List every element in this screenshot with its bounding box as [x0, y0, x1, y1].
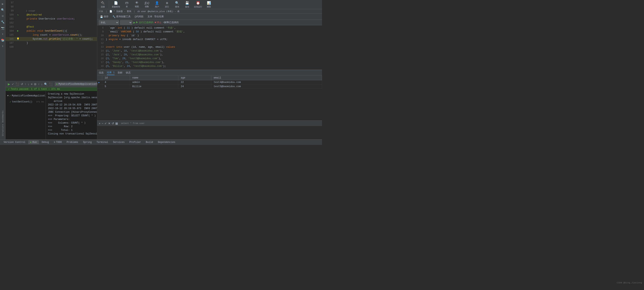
zoom-button[interactable]: 🔍 [44, 82, 48, 86]
col-header-name[interactable]: name [130, 76, 178, 80]
query-create-icon: 🔧 [112, 15, 116, 18]
db-bottom-bar: + − ✓ ✕ ↺ ▦ select * from user [97, 120, 322, 126]
connect-icon: 🔌 [101, 1, 105, 5]
filter-button[interactable]: ⊞ [34, 82, 37, 86]
camera-side-icon[interactable]: 📷 [0, 26, 5, 30]
side-icons-panel: ▶ 🔍 ⚙ 🔧 📷 ⬆ 📚 ⬇ Bookmarks Structure [0, 0, 6, 139]
code-line-103: 103 @Test [6, 25, 97, 29]
query-icon: 🔍 [175, 1, 179, 5]
model-icon: 📊 [207, 1, 211, 5]
col-header-indicator [97, 76, 102, 80]
db-schema-select[interactable] [120, 20, 132, 25]
db-toolbar: 🔌 连接 📄 新建查询 🗃 表 👁 视图 f(x) [97, 0, 322, 9]
code-line-98: 98 [6, 5, 97, 9]
rerun-button[interactable]: ↺ [20, 82, 24, 86]
db-save-btn[interactable]: 💾 保存 [99, 14, 110, 19]
db-side-icon[interactable]: 📚 [0, 38, 5, 42]
db-backup-btn[interactable]: 💾 备份 [183, 0, 192, 9]
cell-email-1: test4@baomidou.com [211, 80, 322, 84]
db-user-btn[interactable]: 👤 用户 [152, 0, 162, 9]
db-view-btn[interactable]: 👁 视图 [132, 0, 141, 8]
db-object-bar: 对象 | 📄 * 无标题 - 查询 | 🗃 user @mybatis_plus… [97, 9, 322, 14]
tab-terminal[interactable]: Terminal [94, 140, 110, 144]
db-tab-profile[interactable]: 剖析 [118, 71, 122, 75]
output-line-5: 2022-10-12 20:19:55.073 INFO 20076 --- [… [48, 107, 95, 110]
db-refresh-btn[interactable]: ↺ [112, 122, 114, 125]
new-query-icon: 📄 [114, 1, 118, 5]
sort-desc-button[interactable]: ↓ [27, 82, 30, 86]
sql-editor[interactable]: 8 `age` int ( 11 ) default null comment … [97, 25, 322, 70]
test-method-item[interactable]: ✓ testGetCount() 371 ms [6, 100, 46, 104]
settings-side-icon[interactable]: ⚙ [0, 14, 5, 18]
tab-dependencies[interactable]: Dependencies [156, 140, 177, 144]
run-side-icon[interactable]: ▶ [0, 2, 5, 6]
db-add-row-btn[interactable]: + [99, 122, 100, 125]
db-tab-result1[interactable]: 结果 1 [107, 70, 114, 75]
tab-debug[interactable]: Debug [40, 140, 51, 144]
play-button[interactable]: ▶ [7, 82, 11, 86]
download-side-icon[interactable]: ⬇ [0, 44, 5, 48]
db-other-btn[interactable]: ⚙ 其它 [162, 0, 172, 9]
output-line-3: active [48, 100, 95, 103]
sql-line-13: 13 insert into user (id, name, age, emai… [97, 45, 322, 49]
code-editor[interactable]: 97 98 99 1 usage 100 [6, 0, 97, 81]
cell-email-2: test5@baomidou.com [211, 84, 322, 89]
code-line-102: 102 [6, 21, 97, 25]
tab-problems[interactable]: Problems [64, 140, 80, 144]
sort-asc-button[interactable]: ↑ [24, 82, 27, 86]
db-connect-btn[interactable]: 🔌 连接 [98, 0, 107, 9]
db-function-btn[interactable]: f(x) 函数 [142, 1, 151, 8]
git-side-icon[interactable]: ⬆ [0, 32, 5, 36]
tab-spring[interactable]: Spring [81, 140, 94, 144]
up-arrow-button[interactable]: ↑ [38, 82, 40, 86]
db-query-btn[interactable]: 🔍 查询 [173, 0, 182, 9]
db-explain-label[interactable]: ⚡解释已选择的 [163, 21, 179, 24]
db-tab-status[interactable]: 状态 [126, 71, 130, 75]
db-action-bar: 💾 保存 🔧 查询创建工具 ()代码段 文本 · 导出结果 [97, 14, 322, 20]
stop-button[interactable]: ⬛ [15, 82, 20, 86]
test-class-name: MybatisPlusDemoApplicationTests [12, 94, 46, 97]
tab-version-control[interactable]: Version Control [2, 140, 27, 144]
test-tree-root[interactable]: ▼ ✓ MybatisPlusDemoApplicationTests cor … [6, 92, 46, 100]
db-code-segment-btn[interactable]: ()代码段 [134, 14, 145, 19]
export-button[interactable]: ⬛ [48, 82, 53, 86]
col-header-id[interactable]: id [102, 76, 130, 80]
tab-profiler[interactable]: Profiler [128, 140, 143, 144]
db-results: 信息 结果 1 剖析 状态 id name age email [97, 70, 322, 126]
check-button[interactable]: ✓ [11, 82, 15, 86]
db-filter-btn[interactable]: ▦ [115, 122, 118, 125]
db-tab-info[interactable]: 信息 [99, 71, 104, 75]
db-cancel-row-btn[interactable]: ✕ [108, 122, 110, 125]
sql-line-8: 8 `age` int ( 11 ) default null comment … [97, 26, 322, 30]
output-line-9: <== Columns: COUNT( * ) [48, 121, 95, 125]
col-header-age[interactable]: age [178, 76, 211, 80]
tab-services[interactable]: Services [111, 140, 126, 144]
db-table-btn[interactable]: 🗃 表 [122, 0, 131, 8]
search-side-icon[interactable]: 🔍 [0, 8, 5, 12]
output-line-8: ==> Parameters: [48, 118, 95, 121]
db-stop-btn[interactable]: ■ 停止 [154, 21, 162, 24]
sql-line-16: 16 (3, 'Tom', 28, 'test3@baomidou.com'), [97, 57, 322, 60]
tab-run[interactable]: ▶ Run [28, 140, 39, 144]
tab-todo[interactable]: ≡ TODO [52, 140, 64, 144]
db-autorun-btn[interactable]: ⏰ 自动运行 [193, 0, 203, 9]
db-new-query-btn[interactable]: 📄 新建查询 [111, 0, 121, 9]
db-query-create-btn[interactable]: 🔧 查询创建工具 [111, 14, 132, 19]
output-line-1: Creating a new SqlSession [48, 92, 95, 96]
tools-side-icon[interactable]: 🔧 [0, 20, 5, 24]
align-button[interactable]: ≡ [30, 82, 33, 86]
db-remove-row-btn[interactable]: − [102, 122, 103, 125]
tab-build[interactable]: Build [144, 140, 155, 144]
table-row-2[interactable]: 5 Billie 24 test5@baomidou.com [97, 84, 322, 89]
cell-id-1: 4 [102, 80, 130, 84]
db-model-btn[interactable]: 📊 模型 [204, 0, 213, 9]
col-header-email[interactable]: email [211, 76, 322, 80]
db-text-btn[interactable]: 文本 · 导出结果 [146, 14, 165, 19]
db-run-selected-btn[interactable]: ▶ ▶ 运行已选择的 [134, 21, 153, 24]
sql-line-17: 17 (4, 'Sandy', 21, 'test4@baomidou.com'… [97, 60, 322, 64]
db-check-row-btn[interactable]: ✓ [104, 122, 107, 125]
db-local-select[interactable]: 本机 [99, 20, 119, 25]
ide-panel: 97 98 99 1 usage 100 [6, 0, 97, 139]
down-arrow-button[interactable]: ↓ [40, 82, 43, 86]
table-row-1[interactable]: ▶ 4 admin 22 test4@baomidou.com [97, 80, 322, 84]
